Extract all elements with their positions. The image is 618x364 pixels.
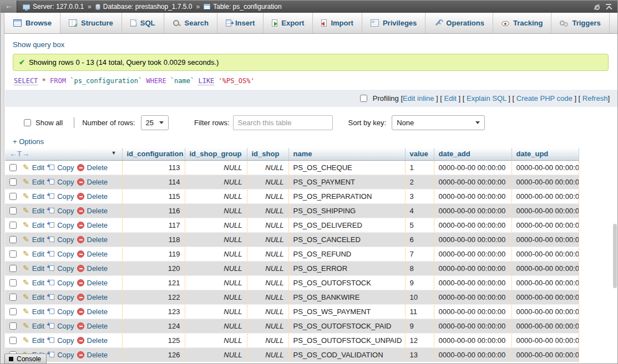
breadcrumb-table[interactable]: Table: ps_configuration — [213, 3, 281, 11]
delete-link[interactable]: Delete — [87, 351, 108, 359]
settings-gear-icon[interactable] — [594, 4, 600, 10]
edit-link[interactable]: Edit — [32, 307, 44, 316]
header-name[interactable]: name — [288, 148, 405, 160]
row-checkbox[interactable] — [9, 178, 17, 186]
tab-operations[interactable]: Operations — [425, 13, 493, 33]
delete-link[interactable]: Delete — [87, 163, 108, 172]
header-id-shop[interactable]: id_shop — [247, 148, 288, 160]
profiling-checkbox[interactable] — [360, 95, 367, 102]
scrollbar-thumb[interactable] — [613, 224, 617, 288]
tab-structure[interactable]: Structure — [60, 13, 122, 33]
delete-link[interactable]: Delete — [87, 307, 108, 316]
delete-link[interactable]: Delete — [87, 322, 108, 330]
options-toggle[interactable]: + Options — [13, 137, 44, 146]
profiling-link-create-php-code[interactable]: Create PHP code — [516, 94, 573, 102]
delete-link[interactable]: Delete — [87, 178, 108, 186]
copy-link[interactable]: Copy — [57, 351, 74, 359]
header-value[interactable]: value — [405, 148, 434, 160]
breadcrumb-server[interactable]: Server: 127.0.0.1 — [33, 3, 84, 11]
row-checkbox[interactable] — [9, 236, 17, 243]
copy-link[interactable]: Copy — [57, 322, 74, 330]
profiling-link-edit[interactable]: Edit — [444, 94, 456, 102]
row-checkbox[interactable] — [9, 337, 17, 344]
copy-link[interactable]: Copy — [57, 264, 74, 273]
profiling-link-edit-inline[interactable]: Edit inline — [403, 94, 434, 102]
console-toggle[interactable]: Console — [4, 353, 47, 363]
tab-insert[interactable]: Insert — [217, 13, 264, 33]
sort-dropdown-icon[interactable]: ▼ — [112, 150, 116, 156]
tab-sql[interactable]: SQL — [122, 13, 164, 33]
tab-tracking[interactable]: Tracking — [493, 13, 551, 33]
tab-export[interactable]: Export — [264, 13, 313, 33]
tab-browse[interactable]: Browse — [5, 13, 60, 33]
tab-search[interactable]: Search — [164, 13, 217, 33]
copy-link[interactable]: Copy — [57, 293, 74, 301]
copy-link[interactable]: Copy — [57, 178, 74, 186]
phpmyadmin-window: ← Server: 127.0.0.1 » Database: prestash… — [0, 0, 618, 364]
row-checkbox[interactable] — [9, 250, 17, 258]
nav-back-button[interactable]: ← — [1, 1, 17, 13]
copy-link[interactable]: Copy — [57, 307, 74, 316]
number-of-rows-select[interactable]: 25 — [141, 115, 169, 130]
edit-link[interactable]: Edit — [32, 293, 44, 301]
tab-import[interactable]: Import — [313, 13, 362, 33]
row-checkbox[interactable] — [9, 279, 17, 286]
edit-link[interactable]: Edit — [32, 221, 44, 229]
nav-panel-splitter[interactable] — [1, 13, 4, 363]
show-all-label[interactable]: Show all — [36, 119, 63, 127]
copy-link[interactable]: Copy — [57, 235, 74, 244]
edit-link[interactable]: Edit — [32, 163, 44, 172]
profiling-link-explain-sql[interactable]: Explain SQL — [467, 94, 506, 102]
breadcrumb-database[interactable]: Database: prestashop_1.7.5.0 — [103, 3, 193, 11]
privileges-icon — [371, 19, 379, 27]
copy-link[interactable]: Copy — [57, 221, 74, 229]
delete-link[interactable]: Delete — [87, 221, 108, 229]
delete-link[interactable]: Delete — [87, 293, 108, 301]
copy-link[interactable]: Copy — [57, 163, 74, 172]
row-checkbox[interactable] — [9, 164, 17, 171]
delete-link[interactable]: Delete — [87, 250, 108, 258]
copy-link[interactable]: Copy — [57, 279, 74, 287]
filter-rows-input[interactable] — [233, 115, 333, 130]
copy-link[interactable]: Copy — [57, 207, 74, 215]
profiling-link-refresh[interactable]: Refresh — [582, 94, 608, 102]
delete-link[interactable]: Delete — [87, 207, 108, 215]
copy-link[interactable]: Copy — [57, 250, 74, 258]
copy-link[interactable]: Copy — [57, 336, 74, 345]
row-checkbox[interactable] — [9, 265, 17, 272]
header-date-upd[interactable]: date_upd — [511, 148, 579, 160]
header-date-add[interactable]: date_add — [434, 148, 511, 160]
edit-link[interactable]: Edit — [32, 207, 44, 215]
edit-link[interactable]: Edit — [32, 322, 44, 330]
show-query-box-link[interactable]: Show query box — [13, 40, 64, 49]
row-checkbox[interactable] — [9, 222, 17, 229]
tab-triggers[interactable]: Triggers — [551, 13, 609, 33]
edit-link[interactable]: Edit — [32, 279, 44, 287]
delete-link[interactable]: Delete — [87, 192, 108, 201]
edit-link[interactable]: Edit — [32, 178, 44, 186]
row-checkbox[interactable] — [9, 193, 17, 200]
delete-link[interactable]: Delete — [87, 336, 108, 345]
edit-link[interactable]: Edit — [32, 264, 44, 273]
delete-link[interactable]: Delete — [87, 279, 108, 287]
collapse-top-icon[interactable] — [605, 4, 612, 10]
header-id-shop-group[interactable]: id_shop_group — [185, 148, 247, 160]
sort-by-key-select[interactable]: None — [392, 115, 485, 130]
transpose-controls[interactable]: ←T→ — [9, 150, 30, 158]
delete-link[interactable]: Delete — [87, 235, 108, 244]
row-checkbox[interactable] — [9, 308, 17, 315]
row-checkbox[interactable] — [9, 207, 17, 214]
show-all-checkbox[interactable] — [24, 119, 31, 126]
cell-id-configuration: 117 — [122, 218, 185, 232]
row-checkbox[interactable] — [9, 322, 17, 330]
header-id-configuration[interactable]: id_configuration — [122, 148, 185, 160]
cell-name: PS_OS_OUTOFSTOCK — [288, 275, 405, 290]
edit-link[interactable]: Edit — [32, 192, 44, 201]
edit-link[interactable]: Edit — [32, 235, 44, 244]
delete-link[interactable]: Delete — [87, 264, 108, 273]
row-checkbox[interactable] — [9, 294, 17, 301]
edit-link[interactable]: Edit — [32, 250, 44, 258]
tab-privileges[interactable]: Privileges — [362, 13, 425, 33]
edit-link[interactable]: Edit — [32, 336, 44, 345]
copy-link[interactable]: Copy — [57, 192, 74, 201]
